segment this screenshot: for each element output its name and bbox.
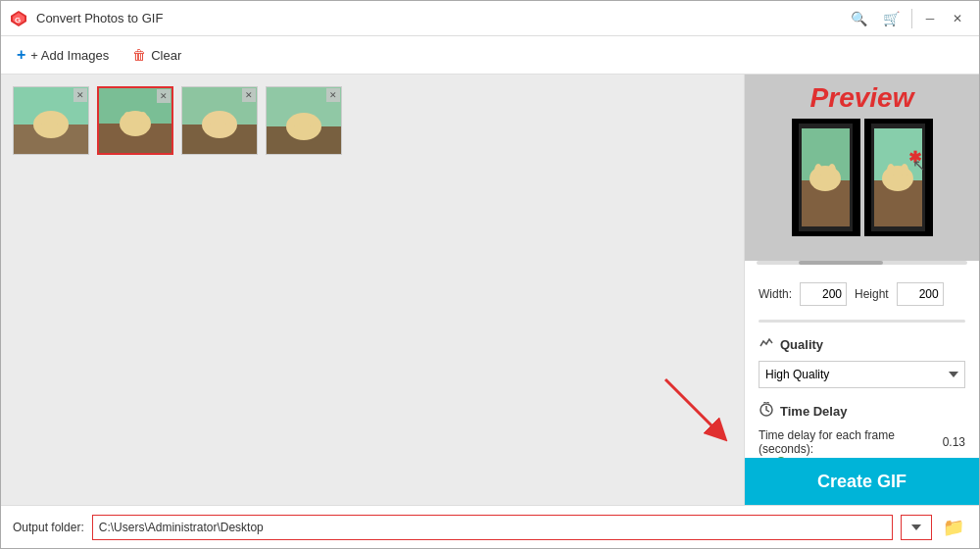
thumb-close-4[interactable]: ✕ <box>326 88 340 102</box>
time-delay-text: Time delay for each frame (seconds): <box>759 428 939 456</box>
preview-frame-1 <box>792 119 860 236</box>
toolbar: + + Add Images 🗑 Clear <box>1 36 979 75</box>
title-bar: G Convert Photos to GIF 🔍 🛒 ─ ✕ <box>1 1 979 36</box>
slider-bar <box>759 320 965 323</box>
svg-point-31 <box>828 164 836 177</box>
svg-point-6 <box>39 113 47 125</box>
preview-cursor: ↖ <box>912 156 925 175</box>
thumbnail-4[interactable]: ✕ <box>266 86 342 155</box>
svg-point-21 <box>292 115 300 126</box>
svg-point-16 <box>208 113 216 125</box>
search-icon[interactable]: 🔍 <box>851 11 867 26</box>
preview-frame-2: ✱ ↖ <box>864 119 933 236</box>
preview-film-strip: ✱ ↖ <box>792 119 933 236</box>
bottom-bar: Output folder: 📁 <box>1 505 979 548</box>
thumbnail-3[interactable]: ✕ <box>181 86 258 155</box>
clear-button[interactable]: 🗑 Clear <box>128 45 185 65</box>
right-panel: Preview <box>744 75 979 505</box>
svg-point-12 <box>139 112 147 124</box>
svg-point-11 <box>123 112 131 124</box>
dimensions-row: Width: Height <box>759 282 965 306</box>
app-window: G Convert Photos to GIF 🔍 🛒 ─ ✕ + + Add … <box>0 0 980 549</box>
svg-point-30 <box>814 164 822 177</box>
divider <box>911 9 912 28</box>
quality-title: Quality <box>780 337 823 352</box>
svg-point-15 <box>202 111 237 138</box>
arrow-annotation <box>656 370 734 451</box>
image-thumbnails: ✕ ✕ <box>9 82 736 159</box>
svg-point-29 <box>809 166 841 191</box>
time-delay-icon <box>759 402 774 421</box>
width-label: Width: <box>759 287 792 301</box>
trash-icon: 🗑 <box>132 47 146 63</box>
svg-point-36 <box>887 164 895 177</box>
preview-scrollbar[interactable] <box>757 261 967 265</box>
time-delay-title: Time Delay <box>780 404 847 419</box>
output-path-input[interactable] <box>92 515 893 540</box>
svg-point-22 <box>308 115 316 126</box>
minimize-button[interactable]: ─ <box>916 8 944 29</box>
add-images-button[interactable]: + + Add Images <box>13 44 113 66</box>
preview-area: Preview <box>745 75 979 261</box>
height-label: Height <box>855 287 889 301</box>
svg-point-7 <box>55 113 63 125</box>
thumb-close-1[interactable]: ✕ <box>74 88 87 102</box>
svg-point-35 <box>882 166 913 191</box>
svg-point-17 <box>223 113 231 125</box>
create-gif-button[interactable]: Create GIF <box>745 458 979 505</box>
close-button[interactable]: ✕ <box>944 8 971 29</box>
thumb-close-3[interactable]: ✕ <box>242 88 256 102</box>
settings-area: Width: Height Quality <box>745 273 979 458</box>
window-title: Convert Photos to GIF <box>36 11 843 25</box>
time-delay-label-row: Time delay for each frame (seconds): 0.1… <box>759 428 965 456</box>
time-delay-value: 0.13 <box>943 435 965 449</box>
time-delay-section-header: Time Delay <box>759 402 965 421</box>
quality-section-header: Quality <box>759 336 965 353</box>
width-input[interactable] <box>800 282 847 306</box>
quality-icon <box>759 336 774 353</box>
svg-point-20 <box>286 113 321 140</box>
thumbnail-2[interactable]: ✕ <box>97 86 173 155</box>
svg-text:G: G <box>15 16 21 25</box>
add-icon: + <box>17 46 25 64</box>
cart-icon[interactable]: 🛒 <box>883 11 900 26</box>
svg-point-5 <box>33 111 69 138</box>
quality-select[interactable]: High Quality Medium Quality Low Quality <box>759 361 965 388</box>
left-panel: ✕ ✕ <box>1 75 744 505</box>
output-dropdown-button[interactable] <box>901 515 932 540</box>
main-area: ✕ ✕ <box>1 75 979 505</box>
preview-scrollbar-thumb <box>799 261 883 265</box>
browse-folder-button[interactable]: 📁 <box>940 515 967 540</box>
thumbnail-1[interactable]: ✕ <box>13 86 89 155</box>
clear-label: Clear <box>151 48 181 63</box>
svg-line-24 <box>665 379 719 433</box>
add-images-label: + Add Images <box>30 48 109 63</box>
preview-label: Preview <box>810 82 914 114</box>
thumb-close-2[interactable]: ✕ <box>157 89 171 103</box>
app-icon: G <box>9 9 28 28</box>
output-label: Output folder: <box>13 521 84 534</box>
height-input[interactable] <box>897 282 944 306</box>
